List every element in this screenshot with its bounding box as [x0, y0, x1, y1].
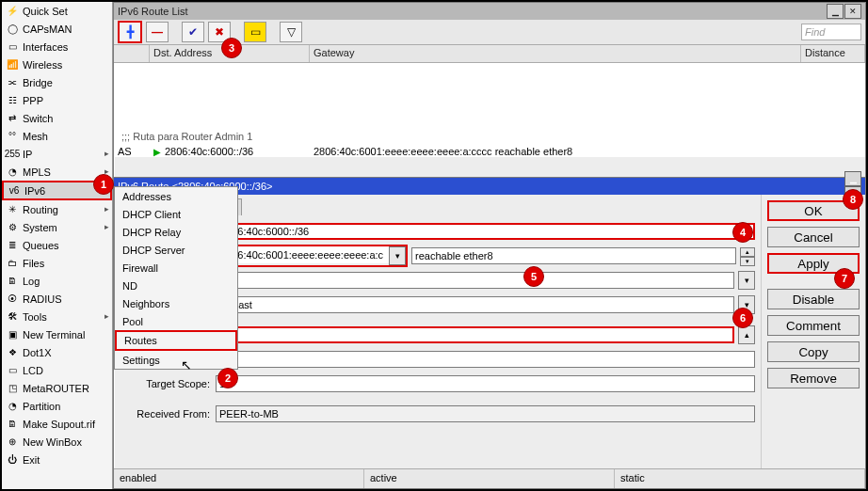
submenu-item-nd[interactable]: ND: [115, 277, 237, 294]
sidebar-item-tools[interactable]: 🛠Tools▸: [2, 308, 112, 325]
submenu-arrow-icon: ▸: [104, 149, 109, 158]
comment-button[interactable]: ▭: [244, 22, 266, 42]
sidebar-icon: ▭: [6, 40, 19, 54]
distance-input[interactable]: [216, 326, 734, 343]
sidebar-item-log[interactable]: 🗎Log: [2, 272, 112, 290]
sidebar-label: Make Supout.rif: [23, 419, 95, 430]
sidebar-label: RADIUS: [23, 293, 62, 305]
sidebar-label: Switch: [23, 113, 53, 124]
sidebar-label: Interfaces: [23, 41, 68, 53]
sidebar-label: Quick Set: [23, 6, 68, 17]
filter-button[interactable]: ▽: [280, 22, 302, 42]
distance-up-icon[interactable]: ▴: [738, 325, 755, 344]
sidebar-item-lcd[interactable]: ▭LCD: [2, 361, 112, 379]
sidebar-item-new-terminal[interactable]: ▣New Terminal: [2, 325, 112, 343]
gateway-input[interactable]: [217, 246, 389, 263]
sidebar-label: Tools: [23, 311, 47, 323]
col-flag[interactable]: [114, 45, 150, 62]
sidebar-icon: ❖: [6, 346, 19, 359]
check-gateway-dropdown-icon[interactable]: ▾: [738, 271, 755, 290]
sidebar-item-metarouter[interactable]: ◳MetaROUTER: [2, 379, 112, 397]
sidebar-item-quick-set[interactable]: ⚡Quick Set: [2, 2, 112, 20]
cancel-button[interactable]: Cancel: [767, 227, 860, 247]
submenu-item-neighbors[interactable]: Neighbors: [115, 294, 237, 312]
sidebar-label: Log: [23, 276, 40, 287]
check-gateway-input[interactable]: [216, 272, 734, 289]
sidebar-label: MPLS: [23, 166, 51, 178]
submenu-arrow-icon: ▸: [104, 311, 109, 321]
sidebar-item-mesh[interactable]: °°Mesh: [2, 127, 112, 145]
sidebar-label: MetaROUTER: [23, 383, 89, 394]
add-button[interactable]: ╋: [118, 21, 142, 43]
sidebar-item-new-winbox[interactable]: ⊕New WinBox: [2, 433, 112, 451]
enable-button[interactable]: ✔: [182, 22, 204, 42]
sidebar-label: IPv6: [24, 185, 45, 197]
submenu-item-addresses[interactable]: Addresses: [115, 187, 237, 205]
sidebar-icon: 255: [6, 148, 19, 161]
target-scope-input[interactable]: [216, 375, 755, 392]
sidebar-item-exit[interactable]: ⏻Exit: [2, 451, 112, 468]
sidebar-label: Files: [23, 258, 44, 269]
sidebar-icon: ☷: [6, 94, 19, 107]
sidebar-item-routing[interactable]: ✳Routing▸: [2, 200, 112, 218]
comment-button[interactable]: Comment: [767, 315, 860, 336]
cell-gateway: 2806:40c:6001:eeee:eeee:eeee:a:cccc reac…: [310, 146, 801, 157]
sidebar-item-queues[interactable]: ≣Queues: [2, 236, 112, 254]
cell-dst: ▶2806:40c:6000::/36: [150, 146, 310, 157]
marker-6: 6: [732, 308, 753, 328]
sidebar-item-make-supout-rif[interactable]: 🗎Make Supout.rif: [2, 415, 112, 433]
sidebar-item-system[interactable]: ⚙System▸: [2, 218, 112, 236]
minimize-icon[interactable]: ▁: [844, 171, 861, 186]
submenu-item-dhcp-client[interactable]: DHCP Client: [115, 205, 237, 223]
sidebar-item-ppp[interactable]: ☷PPP: [2, 91, 112, 109]
sidebar-item-wireless[interactable]: 📶Wireless: [2, 55, 112, 73]
type-input[interactable]: [216, 296, 734, 313]
remove-button[interactable]: Remove: [767, 368, 860, 388]
sidebar-item-partition[interactable]: ◔Partition: [2, 397, 112, 415]
gateway-dropdown-icon[interactable]: ▾: [389, 246, 406, 265]
sidebar-item-capsman[interactable]: ◯CAPsMAN: [2, 20, 112, 38]
col-distance[interactable]: Distance: [801, 45, 865, 62]
col-gateway[interactable]: Gateway: [310, 45, 801, 62]
route-list-title: IPv6 Route List: [118, 6, 188, 17]
dialog-buttons: OK Cancel Apply Disable Comment Copy Rem…: [761, 195, 865, 468]
label-received-from: Received From:: [120, 408, 216, 420]
disable-button[interactable]: Disable: [767, 289, 860, 309]
copy-button[interactable]: Copy: [767, 341, 860, 362]
marker-4: 4: [732, 222, 753, 243]
sidebar-icon: °°: [6, 130, 19, 143]
sidebar-label: Dot1X: [23, 347, 52, 358]
sidebar-item-bridge[interactable]: ⫘Bridge: [2, 73, 112, 91]
submenu-item-routes[interactable]: Routes: [115, 330, 237, 351]
scope-input[interactable]: [216, 351, 755, 368]
submenu-item-pool[interactable]: Pool: [115, 312, 237, 330]
sidebar-label: Bridge: [23, 77, 53, 88]
sidebar-label: LCD: [23, 365, 43, 376]
gateway-stepper[interactable]: ▴▾: [740, 247, 755, 264]
submenu-item-settings[interactable]: Settings: [115, 351, 237, 369]
route-list-window: IPv6 Route List ▁ ✕ ╋ — ✔ ✖ ▭ ▽ Find: [113, 2, 866, 179]
sidebar-label: System: [23, 222, 57, 233]
dst-address-input[interactable]: [216, 223, 755, 240]
sidebar-item-ip[interactable]: 255IP▸: [2, 145, 112, 163]
minimize-icon[interactable]: ▁: [827, 4, 844, 19]
find-input[interactable]: Find: [801, 24, 861, 40]
route-row[interactable]: AS ▶2806:40c:6000::/36 2806:40c:6001:eee…: [114, 144, 865, 157]
submenu-item-dhcp-server[interactable]: DHCP Server: [115, 241, 237, 259]
sidebar-icon: ≣: [6, 239, 19, 252]
sidebar-icon: 📶: [6, 58, 19, 71]
sidebar-item-interfaces[interactable]: ▭Interfaces: [2, 38, 112, 55]
gateway-status: [411, 247, 736, 264]
marker-2: 2: [217, 368, 238, 388]
submenu-item-firewall[interactable]: Firewall: [115, 259, 237, 277]
submenu-arrow-icon: ▸: [104, 204, 109, 214]
received-from: [216, 405, 755, 422]
submenu-item-dhcp-relay[interactable]: DHCP Relay: [115, 223, 237, 241]
sidebar-item-radius[interactable]: ⦿RADIUS: [2, 290, 112, 308]
sidebar-item-switch[interactable]: ⇄Switch: [2, 109, 112, 127]
nav-sidebar: ⚡Quick Set◯CAPsMAN▭Interfaces📶Wireless⫘B…: [2, 2, 113, 489]
remove-button[interactable]: —: [146, 22, 169, 42]
sidebar-item-files[interactable]: 🗀Files: [2, 254, 112, 272]
close-icon[interactable]: ✕: [844, 4, 861, 19]
sidebar-item-dot1x[interactable]: ❖Dot1X: [2, 343, 112, 361]
